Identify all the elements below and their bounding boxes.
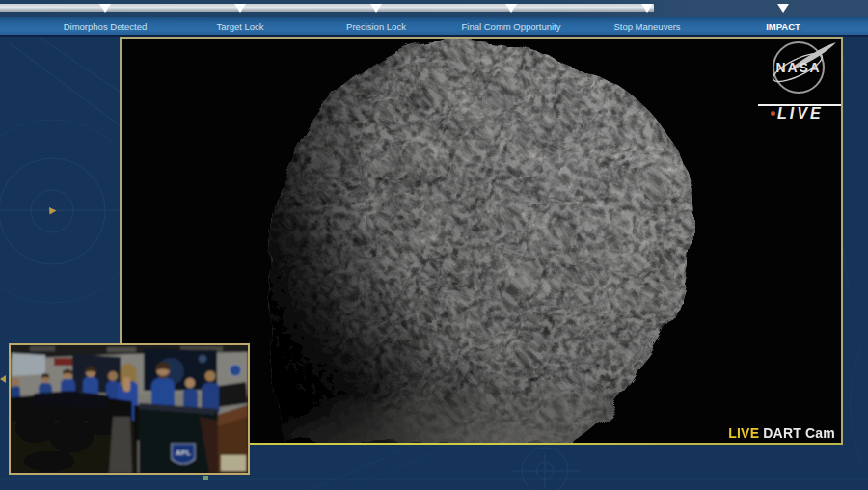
svg-text:NASA: NASA (776, 60, 822, 75)
